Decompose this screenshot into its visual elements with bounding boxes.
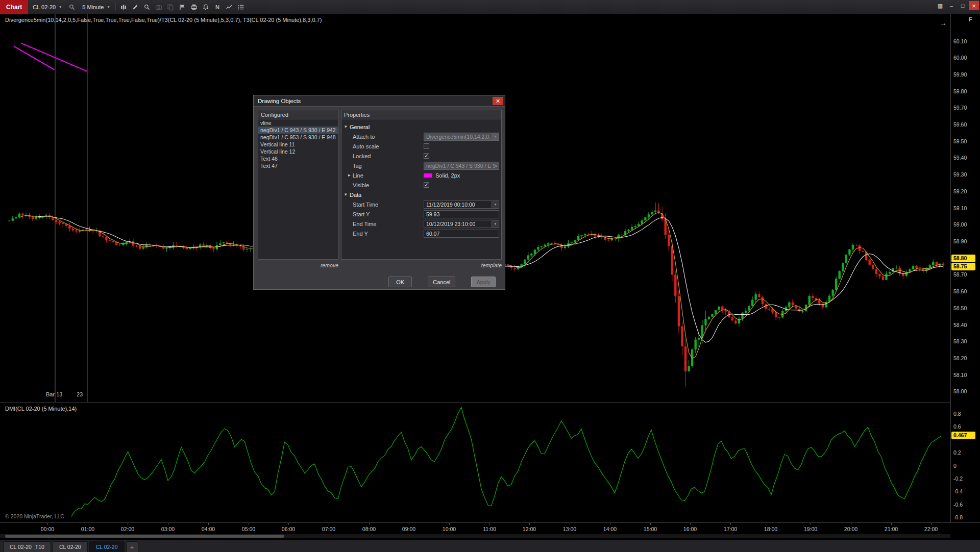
price-tick-label: 59.90	[953, 71, 967, 78]
properties-header: Properties	[341, 110, 501, 119]
copy-icon[interactable]	[164, 2, 176, 13]
indicators-icon[interactable]	[223, 2, 235, 13]
price-tick-label: 58.90	[953, 238, 967, 245]
dialog-close-icon[interactable]: ✕	[493, 97, 503, 105]
dmi-axis[interactable]: 0.80.60.20-0.2-0.4-0.6-0.80.467	[951, 402, 980, 522]
window-controls: ▦–□×	[935, 1, 979, 10]
dmi-tick-label: 0.8	[953, 411, 961, 417]
cancel-button[interactable]: Cancel	[428, 277, 455, 287]
zoom-icon[interactable]	[141, 2, 153, 13]
price-tick-label: 59.30	[953, 171, 967, 178]
dialog-title[interactable]: Drawing Objects	[254, 95, 505, 107]
dmi-value-badge: 0.467	[951, 432, 975, 439]
time-tick	[811, 523, 811, 525]
close-icon[interactable]: ×	[969, 1, 979, 10]
remove-link[interactable]: remove	[258, 262, 338, 268]
bar-counter-right: 23	[77, 391, 83, 397]
price-tick-label: 59.20	[953, 188, 967, 195]
price-axis[interactable]: 60.1060.0059.9059.8059.7059.6059.5059.40…	[951, 14, 980, 402]
chart-tab[interactable]: CL 02-20	[53, 541, 88, 552]
configured-panel: Configured vlinenegDiv1 / C 943 / S 930 …	[258, 110, 338, 260]
ok-button[interactable]: OK	[388, 277, 412, 287]
instrument-search-icon[interactable]	[66, 2, 78, 13]
time-tick-label: 02:00	[121, 526, 134, 532]
drawing-object-item[interactable]: negDiv1 / C 943 / S 930 / E 942	[258, 127, 338, 134]
drawing-object-item[interactable]: Text 46	[258, 155, 338, 162]
drawing-object-item[interactable]: Vertical line 11	[258, 141, 338, 148]
expander-icon[interactable]: ▸	[348, 172, 351, 178]
start-time-dropdown[interactable]: 11/12/2019 00:10:00 ▾	[424, 200, 499, 209]
property-label: Start Time	[353, 202, 378, 208]
properties-icon[interactable]	[235, 2, 247, 13]
price-tick-label: 59.70	[953, 105, 967, 111]
visible-checkbox[interactable]: ✓	[424, 182, 429, 188]
time-tick-label: 07:00	[322, 526, 335, 532]
price-tick-label: 59.40	[953, 155, 967, 161]
horizontal-scrollbar-thumb[interactable]	[5, 535, 284, 538]
locked-checkbox[interactable]: ✓	[424, 153, 429, 159]
chart-tab[interactable]: CL 02-20	[89, 541, 125, 552]
property-label: End Y	[353, 231, 368, 237]
price-tick-label: 58.20	[953, 355, 967, 362]
print-icon[interactable]	[188, 2, 200, 13]
property-label: Attach to	[353, 134, 375, 140]
time-tick	[208, 523, 209, 525]
time-axis[interactable]: 00:0001:0002:0003:0004:0005:0006:0007:00…	[0, 522, 980, 534]
drawing-object-item[interactable]: vline	[258, 119, 338, 127]
dmi-tick-label: -0.8	[953, 514, 963, 521]
auto-scale-checkbox[interactable]	[424, 143, 429, 149]
drawing-object-item[interactable]: Text 47	[258, 162, 338, 169]
time-tick	[168, 523, 168, 525]
horizontal-scrollbar-track[interactable]	[0, 534, 950, 538]
template-link[interactable]: template	[341, 262, 502, 268]
dialog-buttons: OK Cancel Apply	[388, 277, 496, 287]
interval-value: 5 Minute	[82, 4, 104, 10]
start-time-value: 11/12/2019 00:10:00	[426, 202, 475, 208]
time-tick-label: 22:00	[924, 526, 938, 532]
property-category-data[interactable]: ▾ Data	[341, 190, 501, 200]
time-tick-label: 08:00	[362, 526, 376, 532]
dmi-tick-label: -0.6	[953, 501, 963, 508]
drawing-object-item[interactable]: negDiv1 / C 953 / S 930 / E 948	[258, 134, 338, 141]
tag-input	[424, 162, 499, 170]
dmi-chart-canvas[interactable]	[0, 402, 950, 522]
instrument-selector[interactable]: CL 02-20 ▾	[28, 2, 66, 13]
tab-label: CL 02-20	[96, 544, 118, 550]
chart-menu-button[interactable]: Chart	[0, 0, 28, 14]
drawing-objects-list[interactable]: vlinenegDiv1 / C 943 / S 930 / E 942negD…	[258, 119, 338, 259]
property-row-end-time: End Time 10/12/2019 23:10:00 ▾	[341, 219, 501, 229]
time-tick	[288, 523, 289, 525]
expander-icon[interactable]: ▾	[345, 124, 347, 129]
line-style-value[interactable]: Solid, 2px	[435, 172, 460, 179]
time-tick-label: 00:00	[41, 526, 54, 532]
property-row-line: ▸ Line Solid, 2px	[341, 171, 501, 181]
ninjascript-icon[interactable]: N	[211, 2, 223, 13]
add-tab-button[interactable]: +	[126, 541, 138, 552]
price-tick-label: 58.10	[953, 372, 967, 379]
snapshot-icon[interactable]	[153, 2, 164, 13]
expander-icon[interactable]: ▾	[345, 192, 347, 197]
chart-tab[interactable]: CL 02-20T10	[3, 541, 51, 552]
link-grid-icon[interactable]: ▦	[935, 1, 945, 10]
chevron-down-icon: ▾	[59, 5, 61, 9]
toolbar: Chart CL 02-20 ▾ 5 Minute ▾ N ▦–□×	[0, 0, 980, 14]
start-y-input[interactable]	[424, 210, 499, 218]
regions-icon[interactable]	[176, 2, 188, 13]
dmi-indicator-label[interactable]: DMI(CL 02-20 (5 Minute),14)	[5, 406, 77, 412]
price-tick-label: 59.00	[953, 221, 967, 228]
end-time-dropdown[interactable]: 10/12/2019 23:10:00 ▾	[424, 220, 499, 228]
time-tick-label: 04:00	[202, 526, 215, 532]
property-row-visible: Visible ✓	[341, 181, 501, 190]
minimize-icon[interactable]: –	[946, 1, 957, 10]
property-category-general[interactable]: ▾ General	[341, 122, 501, 132]
drawing-tools-icon[interactable]	[129, 2, 141, 13]
end-y-input[interactable]	[424, 230, 499, 238]
time-tick	[128, 523, 128, 525]
chart-style-icon[interactable]	[117, 2, 129, 13]
time-tick-label: 14:00	[603, 526, 617, 532]
alerts-icon[interactable]	[200, 2, 211, 13]
interval-selector[interactable]: 5 Minute ▾	[78, 2, 114, 13]
line-color-swatch[interactable]	[424, 173, 432, 178]
drawing-object-item[interactable]: Vertical line 12	[258, 148, 338, 155]
maximize-icon[interactable]: □	[958, 1, 968, 10]
